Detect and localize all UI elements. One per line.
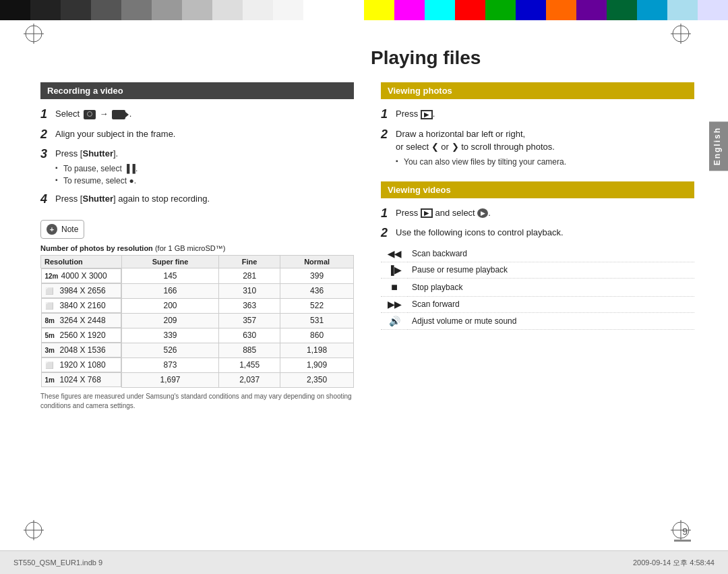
step-4: 4 Press [Shutter] again to stop recordin… — [40, 192, 354, 207]
viewing-videos-step-1: 1 Press ▶ and select ▶. — [381, 206, 694, 221]
vp-step-2-text: Draw a horizontal bar left or right, or … — [396, 127, 694, 168]
table-row: 5m 2560 X 1920 339 630 860 — [41, 328, 354, 343]
color-seg — [30, 0, 61, 20]
step-3: 3 Press [Shutter]. To pause, select ▐▐. … — [40, 147, 354, 187]
language-tab: English — [709, 121, 728, 171]
normal-0: 399 — [280, 268, 354, 284]
color-seg — [273, 0, 303, 20]
res-icon-4: 5m — [45, 332, 57, 339]
volume-label: Adjust volume or mute sound — [408, 312, 694, 329]
fine-6: 1,455 — [219, 357, 280, 372]
res-value-7: 1024 X 768 — [60, 375, 101, 384]
page-title: Playing files — [371, 47, 694, 69]
camera-icon — [84, 110, 96, 119]
playback-scan-backward: ◀◀ Scan backward — [381, 246, 694, 262]
fine-7: 2,037 — [219, 372, 280, 387]
scan-backward-label: Scan backward — [408, 246, 694, 262]
scan-backward-icon: ◀◀ — [381, 246, 408, 262]
superfine-4: 339 — [122, 328, 219, 343]
fine-0: 281 — [219, 268, 280, 284]
vp-step-2-num: 2 — [381, 127, 396, 142]
step-1-text: Select → . — [55, 107, 354, 121]
step-3-text: Press [Shutter]. To pause, select ▐▐. To… — [55, 147, 354, 187]
note-icon: + — [47, 224, 57, 235]
res-value-5: 2048 X 1536 — [60, 345, 106, 355]
table-row: 12m 4000 X 3000 145 281 399 — [41, 268, 354, 284]
recording-section: Recording a video 1 Select → — [40, 82, 354, 206]
note-box: + Note — [40, 220, 84, 239]
viewing-videos-header: Viewing videos — [381, 181, 694, 198]
vp-step-2-bullets: You can also view files by tilting your … — [396, 156, 694, 168]
res-value-6: 1920 X 1080 — [60, 360, 106, 370]
res-value-3: 3264 X 2448 — [60, 316, 106, 325]
play-btn-icon-2: ▶ — [421, 208, 433, 218]
col-fine: Fine — [219, 256, 280, 268]
playback-pause-resume: ▐▶ Pause or resume playback — [381, 262, 694, 278]
color-bar-top — [0, 0, 728, 20]
normal-6: 1,909 — [280, 357, 354, 372]
color-seg-red — [455, 0, 485, 20]
res-cell-5: 3m 2048 X 1536 — [41, 343, 122, 357]
color-seg-cyan — [425, 0, 455, 20]
step-2-text: Align your subject in the frame. — [55, 127, 354, 141]
res-icon-2: ⬜ — [45, 302, 57, 310]
viewing-photos-section: Viewing photos 1 Press ▶. 2 Draw a horiz… — [381, 82, 694, 168]
step-4-text: Press [Shutter] again to stop recording. — [55, 192, 354, 206]
res-cell-7: 1m 1024 X 768 — [41, 372, 122, 387]
vv-step-2-text: Use the following icons to control playb… — [396, 226, 694, 239]
normal-3: 531 — [280, 313, 354, 328]
col-normal: Normal — [280, 256, 354, 268]
res-value-0: 4000 X 3000 — [61, 271, 107, 281]
color-seg — [303, 0, 364, 20]
step-2-num: 2 — [40, 127, 55, 142]
res-cell-2: ⬜ 3840 X 2160 — [41, 298, 122, 313]
viewing-photos-step-1: 1 Press ▶. — [381, 107, 694, 122]
fine-1: 310 — [219, 283, 280, 298]
color-seg-orange — [546, 0, 576, 20]
step-4-num: 4 — [40, 192, 55, 207]
page-number-line — [674, 540, 691, 542]
photo-table-section: Number of photos by resolution (for 1 GB… — [40, 244, 354, 411]
color-seg-darkgreen — [607, 0, 637, 20]
fine-3: 357 — [219, 313, 280, 328]
superfine-6: 873 — [122, 357, 219, 372]
color-seg-teal — [637, 0, 667, 20]
color-seg — [212, 0, 243, 20]
step-3-num: 3 — [40, 147, 55, 162]
scan-forward-icon: ▶▶ — [381, 296, 408, 312]
viewing-videos-step-2: 2 Use the following icons to control pla… — [381, 226, 694, 241]
bottom-bar: ST550_QSM_EUR1.indb 9 2009-09-14 오후 4:58… — [0, 550, 728, 574]
content-area: Playing files Recording a video 1 Select — [40, 34, 694, 534]
footer-right: 2009-09-14 오후 4:58:44 — [633, 558, 715, 568]
table-row: 1m 1024 X 768 1,697 2,037 2,350 — [41, 372, 354, 387]
table-subtitle: (for 1 GB microSD™) — [155, 244, 226, 252]
superfine-3: 209 — [122, 313, 219, 328]
color-seg — [91, 0, 121, 20]
res-icon-1: ⬜ — [45, 287, 57, 295]
color-seg-green — [485, 0, 516, 20]
note-label: Note — [61, 225, 78, 234]
fine-2: 363 — [219, 298, 280, 313]
normal-2: 522 — [280, 298, 354, 313]
normal-4: 860 — [280, 328, 354, 343]
vp-step-1-num: 1 — [381, 107, 396, 122]
table-footnote: These figures are measured under Samsung… — [40, 392, 354, 411]
footer-left: ST550_QSM_EUR1.indb 9 — [13, 558, 102, 567]
pause-resume-icon: ▐▶ — [381, 262, 408, 278]
normal-7: 2,350 — [280, 372, 354, 387]
res-cell-0: 12m 4000 X 3000 — [41, 268, 122, 283]
step-1: 1 Select → . — [40, 107, 354, 122]
viewing-photos-step-2: 2 Draw a horizontal bar left or right, o… — [381, 127, 694, 168]
table-row: 3m 2048 X 1536 526 885 1,198 — [41, 343, 354, 357]
table-row: ⬜ 3984 X 2656 166 310 436 — [41, 283, 354, 298]
color-seg — [121, 0, 152, 20]
color-seg — [0, 0, 30, 20]
volume-icon: 🔊 — [381, 312, 408, 329]
color-seg-blue — [516, 0, 546, 20]
col-resolution: Resolution — [41, 256, 122, 268]
fine-4: 630 — [219, 328, 280, 343]
res-cell-3: 8m 3264 X 2448 — [41, 313, 122, 328]
pause-resume-label: Pause or resume playback — [408, 262, 694, 278]
playback-controls-table: ◀◀ Scan backward ▐▶ Pause or resume play… — [381, 246, 694, 330]
step-3-bullets: To pause, select ▐▐. To resume, select ●… — [55, 163, 354, 187]
